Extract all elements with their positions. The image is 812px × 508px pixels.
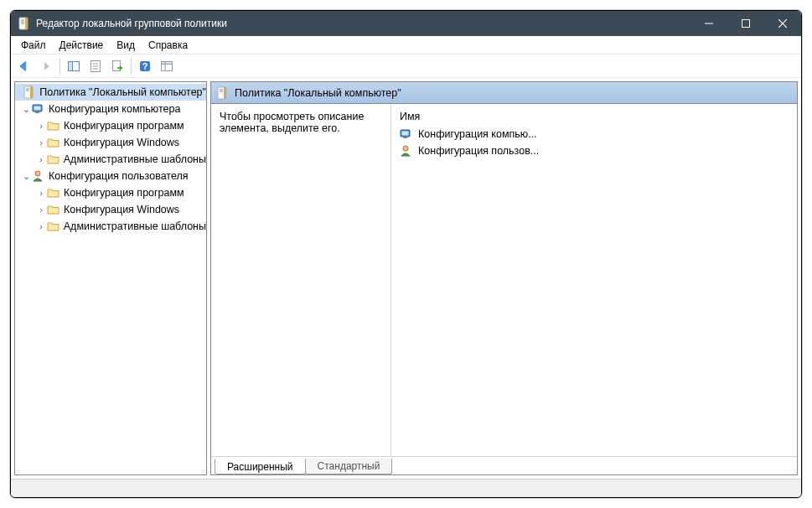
tree-user-config[interactable]: ⌄ Конфигурация пользователя (15, 168, 206, 184)
tree-comp-software[interactable]: › Конфигурация программ (15, 117, 206, 134)
svg-rect-10 (69, 61, 73, 70)
expand-icon[interactable]: › (35, 205, 47, 215)
menu-view[interactable]: Вид (110, 38, 142, 53)
tree-label: Административные шаблоны (64, 220, 206, 232)
tree-label: Конфигурация Windows (64, 204, 179, 215)
expand-icon[interactable]: › (35, 188, 47, 198)
list-item-user-config[interactable]: Конфигурация пользов... (391, 143, 797, 159)
tree-label: Политика "Локальный компьютер" (39, 86, 206, 98)
svg-point-28 (35, 171, 40, 176)
expand-icon[interactable]: › (35, 221, 47, 231)
menu-bar: Файл Действие Вид Справка (11, 36, 801, 54)
details-pane: Политика "Локальный компьютер" Чтобы про… (210, 81, 798, 475)
status-bar (11, 479, 801, 497)
tree-computer-config[interactable]: ⌄ Конфигурация компьютера (15, 101, 206, 117)
tree-comp-windows[interactable]: › Конфигурация Windows (15, 134, 206, 151)
tree-label: Конфигурация компьютера (49, 103, 180, 115)
policy-icon (23, 86, 36, 99)
folder-icon (47, 186, 60, 200)
tab-extended[interactable]: Расширенный (215, 459, 306, 474)
expand-icon[interactable]: › (35, 137, 47, 148)
tree-root[interactable]: Политика "Локальный компьютер" (15, 84, 206, 101)
back-button[interactable] (14, 56, 34, 76)
export-button[interactable] (107, 56, 127, 76)
user-icon (400, 144, 413, 158)
separator (59, 58, 60, 75)
description-text: Чтобы просмотреть описание элемента, выд… (220, 111, 364, 134)
svg-rect-15 (113, 60, 121, 70)
tree-label: Конфигурация Windows (64, 137, 179, 148)
folder-icon (47, 203, 60, 216)
tree-user-admin[interactable]: › Административные шаблоны (15, 218, 206, 235)
tree-label: Конфигурация пользователя (49, 170, 189, 182)
svg-rect-26 (34, 106, 41, 111)
maximize-button[interactable] (727, 11, 764, 36)
expand-icon[interactable]: › (35, 154, 47, 164)
minimize-button[interactable] (690, 11, 727, 36)
tree-pane[interactable]: Политика "Локальный компьютер" ⌄ Конфигу… (14, 81, 207, 475)
list-panel: Имя Конфигурация компью... Конфигурация … (391, 104, 797, 456)
column-header-name[interactable]: Имя (391, 107, 797, 126)
help-button[interactable]: ? (135, 56, 155, 76)
toolbar: ? (11, 54, 801, 78)
svg-rect-34 (402, 132, 409, 136)
menu-file[interactable]: Файл (14, 38, 53, 53)
details-title: Политика "Локальный компьютер" (235, 87, 401, 99)
app-icon (18, 17, 31, 30)
svg-rect-19 (162, 61, 173, 64)
svg-rect-6 (742, 20, 750, 28)
details-header: Политика "Локальный компьютер" (211, 82, 797, 104)
filter-button[interactable] (157, 56, 177, 76)
user-icon (32, 169, 45, 183)
tree-user-software[interactable]: › Конфигурация программ (15, 184, 206, 201)
folder-icon (47, 220, 60, 233)
svg-rect-22 (30, 86, 33, 98)
window-title: Редактор локальной групповой политики (36, 18, 690, 29)
computer-icon (32, 102, 45, 116)
svg-text:?: ? (142, 61, 148, 71)
svg-point-36 (403, 146, 408, 151)
separator (131, 58, 132, 75)
close-button[interactable] (764, 11, 801, 36)
list-item-computer-config[interactable]: Конфигурация компью... (391, 126, 797, 143)
tree-user-windows[interactable]: › Конфигурация Windows (15, 201, 206, 218)
description-panel: Чтобы просмотреть описание элемента, выд… (211, 104, 391, 456)
list-item-label: Конфигурация пользов... (418, 145, 539, 157)
folder-icon (47, 119, 60, 132)
policy-icon (216, 86, 230, 100)
folder-icon (47, 136, 60, 149)
tab-standard[interactable]: Стандартный (305, 459, 393, 474)
svg-rect-27 (35, 111, 39, 113)
properties-button[interactable] (85, 56, 106, 76)
folder-icon (47, 153, 60, 166)
svg-rect-35 (403, 137, 407, 138)
tree-label: Конфигурация программ (64, 120, 184, 132)
menu-help[interactable]: Справка (142, 38, 194, 53)
details-body: Чтобы просмотреть описание элемента, выд… (211, 104, 797, 456)
show-hide-tree-button[interactable] (64, 56, 84, 76)
computer-icon (400, 127, 413, 141)
content-area: Политика "Локальный компьютер" ⌄ Конфигу… (11, 78, 801, 479)
list-item-label: Конфигурация компью... (418, 128, 537, 140)
collapse-icon[interactable]: ⌄ (20, 104, 32, 115)
svg-rect-1 (25, 18, 28, 29)
menu-action[interactable]: Действие (53, 38, 111, 53)
title-bar: Редактор локальной групповой политики (11, 11, 801, 36)
tree-label: Административные шаблоны (64, 153, 206, 165)
forward-button[interactable] (36, 56, 56, 76)
tab-bar: Расширенный Стандартный (211, 456, 797, 474)
expand-icon[interactable]: › (35, 121, 47, 131)
app-window: Редактор локальной групповой политики Фа… (10, 10, 802, 498)
collapse-icon[interactable]: ⌄ (20, 171, 32, 182)
tree-label: Конфигурация программ (64, 187, 184, 199)
tree-comp-admin[interactable]: › Административные шаблоны (15, 151, 206, 168)
svg-rect-30 (224, 87, 226, 99)
